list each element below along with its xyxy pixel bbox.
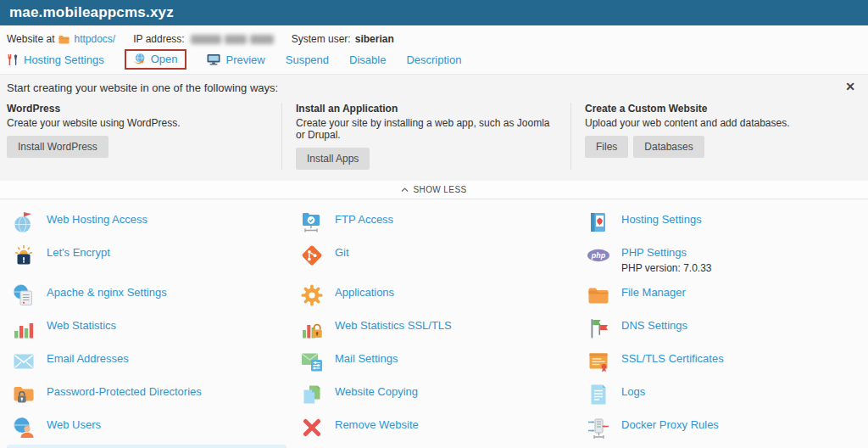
docker-proxy-icon[interactable] [587, 416, 610, 440]
flags-icon[interactable] [587, 316, 610, 340]
certificate-icon[interactable] [587, 350, 610, 373]
toolbar-description[interactable]: Description [406, 53, 461, 66]
toolbar-hosting-settings[interactable]: Hosting Settings [7, 53, 104, 66]
system-user-value: siberian [355, 33, 394, 45]
feature-link-logs[interactable]: Logs [621, 385, 645, 398]
feature-link-web-statistics-ssl-tls[interactable]: Web Statistics SSL/TLS [335, 319, 452, 332]
toolbar-open[interactable]: Open [132, 53, 178, 65]
feature-link-file-manager[interactable]: File Manager [621, 286, 686, 299]
feature-link-remove-website[interactable]: Remove Website [335, 418, 419, 431]
apache-nginx-icon[interactable] [12, 283, 36, 307]
feature-item-let-s-encrypt: Let's Encrypt [7, 239, 295, 279]
monitor-icon [207, 53, 220, 65]
bar-chart-icon[interactable] [12, 316, 36, 340]
show-less-label: SHOW LESS [413, 185, 466, 194]
feature-sub-php-settings: PHP version: 7.0.33 [621, 262, 712, 274]
php-icon[interactable]: php [587, 244, 610, 267]
getting-started-panel: Start creating your website in one of th… [0, 74, 868, 181]
close-icon[interactable]: ✕ [845, 81, 855, 92]
feature-link-hosting-settings[interactable]: Hosting Settings [621, 213, 702, 226]
feature-link-applications[interactable]: Applications [335, 286, 394, 299]
feature-link-ssl-tls-certificates[interactable]: SSL/TLS Certificates [621, 352, 724, 365]
feature-link-git[interactable]: Git [335, 246, 349, 259]
globe-arrow-icon [132, 53, 146, 65]
website-at-label: Website at [7, 33, 54, 45]
feature-link-let-s-encrypt[interactable]: Let's Encrypt [47, 246, 110, 259]
feature-item-web-hosting-access: Web Hosting Access [7, 206, 295, 239]
feature-link-ftp-access[interactable]: FTP Access [335, 213, 393, 226]
ip-address-group: IP address: [133, 33, 273, 45]
option-install-application-description: Create your site by installing a web app… [296, 117, 552, 141]
folder-icon[interactable] [587, 283, 610, 307]
toolbar-description-label: Description [406, 53, 461, 66]
toolbar-disable-label: Disable [349, 53, 386, 66]
folder-lock-icon[interactable] [12, 383, 36, 406]
feature-item-remove-website: Remove Website [295, 412, 581, 445]
install-wordpress-button[interactable]: Install WordPress [7, 136, 108, 158]
feature-text: Apache & nginx Settings [47, 283, 167, 300]
toolbar-open-label: Open [151, 53, 178, 65]
option-custom-website: Create a Custom Website Upload your web … [570, 103, 860, 170]
feature-link-web-hosting-access[interactable]: Web Hosting Access [47, 213, 147, 226]
ftp-folder-icon[interactable] [300, 210, 324, 234]
feature-link-web-users[interactable]: Web Users [47, 418, 101, 431]
git-icon[interactable] [300, 244, 324, 267]
feature-text: Website Copying [335, 383, 418, 399]
install-apps-button[interactable]: Install Apps [296, 148, 370, 170]
feature-text: Applications [335, 283, 394, 300]
feature-text: Remove Website [335, 416, 419, 432]
httpdocs-link[interactable]: httpdocs/ [74, 33, 115, 45]
bar-chart-lock-icon[interactable] [300, 316, 324, 340]
feature-item-web-statistics: Web Statistics [7, 312, 295, 345]
folder-small-icon [58, 35, 70, 44]
feature-link-dns-settings[interactable]: DNS Settings [621, 319, 687, 332]
feature-item-ssl-tls-certificates: SSL/TLS Certificates [581, 345, 868, 378]
feature-text: Web Statistics SSL/TLS [335, 316, 452, 333]
feature-text: Docker Proxy Rules [621, 416, 719, 432]
feature-item-file-manager: File Manager [581, 279, 868, 312]
tools-icon [7, 53, 19, 66]
toolbar-suspend[interactable]: Suspend [286, 53, 329, 66]
feature-text: Web Statistics [47, 316, 116, 333]
getting-started-columns: WordPress Create your website using Word… [7, 103, 860, 170]
feature-link-email-addresses[interactable]: Email Addresses [47, 352, 129, 365]
feature-link-website-copying[interactable]: Website Copying [335, 385, 418, 398]
feature-item-git: Git [295, 239, 581, 279]
feature-text: DNS Settings [621, 316, 687, 333]
option-custom-website-title: Create a Custom Website [585, 103, 841, 115]
remove-x-icon[interactable] [300, 416, 324, 440]
files-button[interactable]: Files [585, 136, 628, 158]
feature-item-applications: Applications [295, 279, 581, 312]
databases-button[interactable]: Databases [633, 136, 704, 158]
lets-encrypt-icon[interactable] [12, 244, 36, 267]
feature-link-php-settings[interactable]: PHP Settings [621, 246, 687, 259]
gear-icon[interactable] [300, 283, 324, 307]
log-file-icon[interactable] [587, 383, 610, 406]
feature-link-password-protected-directories[interactable]: Password-Protected Directories [47, 385, 202, 398]
toolbar-preview[interactable]: Preview [207, 53, 264, 66]
toolbar-suspend-label: Suspend [286, 53, 329, 66]
ip-address-redacted [191, 35, 274, 44]
feature-link-web-statistics[interactable]: Web Statistics [47, 319, 116, 332]
system-user-group: System user: siberian [292, 33, 394, 45]
envelope-icon[interactable] [12, 350, 36, 373]
feature-link-docker-proxy-rules[interactable]: Docker Proxy Rules [621, 418, 719, 431]
option-wordpress-description: Create your website using WordPress. [7, 117, 263, 129]
globe-flag-icon[interactable] [12, 210, 36, 234]
feature-item-dns-settings: DNS Settings [581, 312, 868, 345]
toolbar-disable[interactable]: Disable [349, 53, 386, 66]
website-at-group: Website at httpdocs/ [7, 33, 115, 45]
feature-link-mail-settings[interactable]: Mail Settings [335, 352, 398, 365]
feature-item-php-settings: phpPHP SettingsPHP version: 7.0.33 [581, 239, 868, 279]
globe-user-icon[interactable] [12, 416, 36, 440]
hosting-settings-icon[interactable] [587, 210, 610, 234]
option-install-application: Install an Application Create your site … [281, 103, 570, 170]
copy-docs-icon[interactable] [300, 383, 324, 406]
mail-settings-icon[interactable] [300, 350, 324, 373]
show-less-toggle[interactable]: SHOW LESS [0, 181, 868, 199]
system-user-label: System user: [292, 33, 351, 45]
feature-text: Hosting Settings [621, 210, 702, 227]
feature-link-apache-nginx-settings[interactable]: Apache & nginx Settings [47, 286, 167, 299]
feature-item-website-copying: Website Copying [295, 378, 581, 412]
feature-text: Web Users [47, 416, 101, 432]
